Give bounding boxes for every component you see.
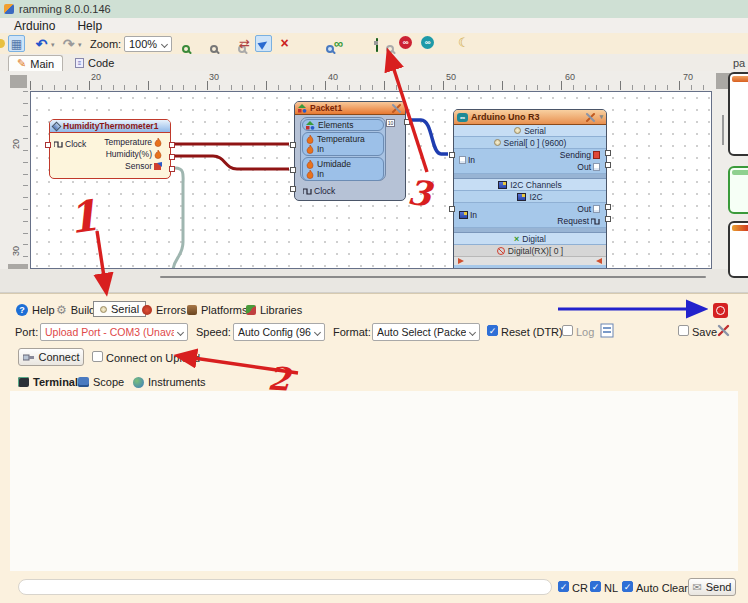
log-checkbox[interactable]: [562, 325, 573, 336]
pin-clock[interactable]: [290, 186, 296, 192]
pin-i2c-in[interactable]: [449, 206, 455, 212]
save-checkbox[interactable]: [678, 325, 689, 336]
speed-combobox[interactable]: Auto Config (9600): [233, 323, 325, 341]
zoom-out-icon[interactable]: [210, 45, 218, 53]
connect-button[interactable]: Connect: [18, 348, 84, 366]
wrench-icon[interactable]: [391, 103, 402, 113]
wrench-icon[interactable]: [585, 112, 596, 122]
pin-clock[interactable]: [45, 142, 51, 148]
delete-icon[interactable]: ×: [276, 34, 293, 51]
clipped-toolbar-icon: [0, 39, 5, 48]
tab-main[interactable]: ✎ Main: [8, 55, 63, 71]
auto-clear-checkbox[interactable]: ✓: [622, 581, 633, 592]
elements-icon: [306, 121, 315, 130]
theme-moon-icon[interactable]: ☾: [458, 35, 470, 50]
arduino-icon[interactable]: ∞: [421, 36, 434, 49]
tab-build[interactable]: ⚙ Build: [56, 302, 95, 318]
umidade-element[interactable]: Umidade In: [302, 157, 384, 181]
undo-button[interactable]: ↶: [33, 35, 50, 52]
block-packet[interactable]: Packet1 Out 10 Elements: [294, 101, 406, 201]
schematic-canvas[interactable]: HumidityThermometer1 Clock Temperature H…: [30, 91, 712, 269]
chevron-down-icon[interactable]: ▾: [599, 113, 603, 121]
block-arduino-uno[interactable]: ∞ Arduino Uno R3 ▾ Serial Serial[ 0 ] (9…: [453, 109, 607, 269]
port-combobox[interactable]: Upload Port - COM3 (Unavailable): [40, 323, 188, 341]
block-humidity-thermometer[interactable]: HumidityThermometer1 Clock Temperature H…: [49, 119, 171, 179]
flame-icon: [154, 138, 162, 147]
send-button[interactable]: ✉ Send: [688, 578, 736, 596]
tab-terminal[interactable]: Terminal: [18, 374, 78, 390]
section-digital[interactable]: Digital: [522, 234, 546, 244]
save-label: Save: [692, 326, 717, 338]
pin-sending[interactable]: [605, 150, 611, 156]
pin-out[interactable]: [404, 119, 410, 125]
binary-icon: 10: [386, 119, 395, 127]
palette-card[interactable]: [728, 166, 748, 214]
flame-icon: [306, 170, 314, 179]
tab-scope[interactable]: Scope: [78, 374, 124, 390]
i2c-channel[interactable]: I2C: [529, 192, 542, 202]
tab-platforms[interactable]: Platforms: [187, 302, 247, 318]
arduino-ide-icon[interactable]: ∞: [399, 36, 412, 49]
palette-card[interactable]: [728, 221, 748, 278]
tab-serial[interactable]: Serial: [93, 301, 146, 317]
cr-checkbox[interactable]: ✓: [558, 581, 569, 592]
pin-request[interactable]: [605, 216, 611, 222]
pin-i2c-out[interactable]: [605, 204, 611, 210]
menu-help[interactable]: Help: [77, 19, 102, 33]
chevron-down-icon: [161, 40, 168, 47]
port-value: Upload Port - COM3 (Unavailable): [45, 326, 174, 338]
section-i2c-channels[interactable]: I2C Channels: [510, 180, 562, 190]
reset-dtr-label: Reset (DTR): [501, 326, 563, 338]
pin-serial-in[interactable]: [449, 152, 455, 158]
serial-channel[interactable]: Serial[ 0 ] (9600): [504, 138, 567, 148]
sensor-icon: [154, 162, 162, 170]
zoom-combobox[interactable]: 100%: [124, 36, 172, 52]
terminal-input[interactable]: [18, 579, 552, 595]
reset-dtr-checkbox[interactable]: ✓: [487, 325, 498, 336]
vertical-scrollbar[interactable]: [722, 115, 724, 145]
horizontal-scrollbar[interactable]: [160, 276, 706, 278]
swap-direction-icon[interactable]: ⇄: [236, 35, 253, 52]
block-title: HumidityThermometer1: [63, 121, 158, 131]
digital-rx-channel[interactable]: Digital(RX)[ 0 ]: [508, 246, 563, 256]
title-bar: ramming 8.0.0.146: [0, 0, 748, 18]
undo-dropdown-icon[interactable]: ▾: [51, 41, 55, 49]
palette-card[interactable]: [728, 72, 748, 156]
wire-mode-icon[interactable]: [255, 35, 272, 52]
pin-serial-out[interactable]: [605, 162, 611, 168]
code-file-icon: ≡: [75, 58, 84, 68]
tools-icon[interactable]: [716, 323, 731, 338]
ruler-number: 40: [328, 72, 338, 82]
upload-to-board-icon[interactable]: [376, 39, 378, 51]
nl-checkbox[interactable]: ✓: [590, 581, 601, 592]
section-serial[interactable]: Serial: [524, 126, 546, 136]
pin-humidity[interactable]: [169, 154, 175, 160]
tab-instruments[interactable]: Instruments: [133, 374, 205, 390]
terminal-output[interactable]: [10, 391, 738, 571]
log-file-icon[interactable]: [600, 323, 614, 338]
tab-code[interactable]: ≡ Code: [67, 55, 122, 71]
redo-dropdown-icon[interactable]: ▾: [78, 41, 82, 49]
port-label: Port:: [15, 326, 38, 338]
format-combobox[interactable]: Auto Select (Packet1): [372, 323, 480, 341]
grid-toggle-button[interactable]: ▦: [8, 35, 25, 52]
tab-errors[interactable]: Errors: [142, 302, 186, 318]
tab-libraries[interactable]: Libraries: [246, 302, 302, 318]
record-icon[interactable]: [713, 303, 728, 318]
connector-icon: [23, 353, 35, 362]
pin-in-umidade[interactable]: [290, 167, 296, 173]
links-icon[interactable]: ∞: [330, 35, 347, 52]
elements-row[interactable]: Elements: [302, 119, 384, 131]
nl-label: NL: [604, 582, 618, 594]
pin-sensor[interactable]: [169, 166, 175, 172]
zoom-in-icon[interactable]: [182, 45, 190, 53]
pin-temperature[interactable]: [169, 142, 175, 148]
digital-pins-icon: ×: [514, 234, 519, 244]
redo-button[interactable]: ↷: [60, 35, 77, 52]
temperatura-element[interactable]: Temperatura In: [302, 132, 384, 156]
connect-on-upload-checkbox[interactable]: [92, 351, 103, 362]
tab-help[interactable]: ? Help: [16, 302, 55, 318]
menu-arduino[interactable]: Arduino: [14, 19, 55, 33]
preview-icon[interactable]: [386, 45, 394, 53]
pin-in-temperatura[interactable]: [290, 142, 296, 148]
